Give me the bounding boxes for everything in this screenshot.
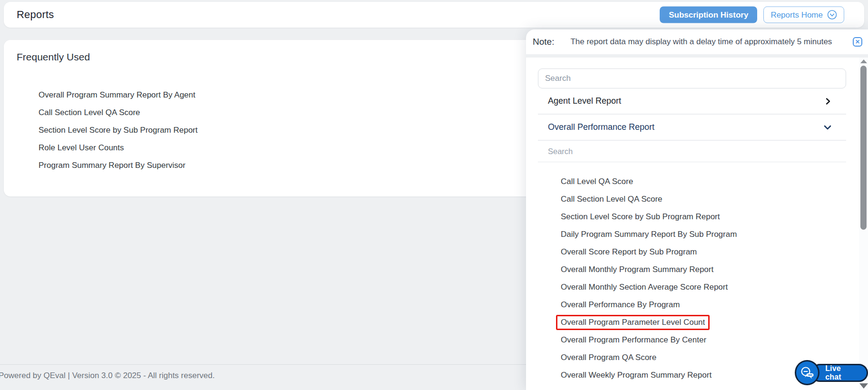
sub-search-input[interactable] [538,141,846,162]
frequently-used-title: Frequently Used [17,51,90,63]
report-item-label: Overall Monthly Section Average Score Re… [561,283,728,292]
reports-dropdown-panel: Note: The report data may display with a… [526,29,868,390]
category-overall-performance-report[interactable]: Overall Performance Report [538,115,846,141]
report-item-label: Call Section Level QA Score [561,195,663,204]
chevron-down-icon [823,124,832,131]
report-item[interactable]: Overall Score Report by Sub Program [538,243,846,261]
live-chat-button[interactable]: Live chat [795,360,868,385]
report-item[interactable]: Section Level Score by Sub Program Repor… [538,208,846,225]
search-input[interactable] [538,68,846,88]
frequently-used-item-label: Role Level User Counts [39,143,124,153]
report-item[interactable]: Call Level QA Score [538,173,846,190]
frequently-used-item[interactable]: Program Summary Report By Supervisor [39,156,198,174]
chevron-right-icon [824,98,832,105]
report-list: Call Level QA ScoreCall Section Level QA… [538,173,846,384]
subscription-history-button[interactable]: Subscription History [660,7,757,23]
report-item[interactable]: Overall Program Performance By Center [538,331,846,349]
reports-home-label: Reports Home [770,10,823,20]
chevron-down-circle-icon [827,10,837,20]
note-label: Note: [533,37,554,47]
panel-body: Agent Level Report Overall Performance R… [526,68,868,384]
frequently-used-item-label: Overall Program Summary Report By Agent [39,90,195,100]
report-item-label: Overall Program Parameter Level Count [556,315,710,330]
category-label: Agent Level Report [548,96,621,106]
report-item[interactable]: Overall Monthly Program Summary Report [538,261,846,278]
scrollbar[interactable] [859,58,868,390]
report-item-label: Overall Weekly Program Summary Report [561,370,712,380]
header-buttons: Subscription History Reports Home [660,7,844,23]
report-item-label: Overall Monthly Program Summary Report [561,265,713,274]
frequently-used-list: Overall Program Summary Report By AgentC… [39,86,198,174]
page-header: Reports Subscription History Reports Hom… [4,2,864,28]
reports-home-button[interactable]: Reports Home [763,7,844,23]
report-item-label: Daily Program Summary Report By Sub Prog… [561,230,737,239]
frequently-used-item-label: Program Summary Report By Supervisor [39,161,185,170]
report-item[interactable]: Overall Program Parameter Level Count [538,313,846,331]
note-bar: Note: The report data may display with a… [526,29,868,54]
report-item[interactable]: Daily Program Summary Report By Sub Prog… [538,225,846,243]
live-chat-label: Live chat [811,364,868,382]
report-item-label: Section Level Score by Sub Program Repor… [561,212,720,222]
frequently-used-item-label: Call Section Level QA Score [39,108,140,117]
frequently-used-item-label: Section Level Score by Sub Program Repor… [39,126,198,135]
close-icon[interactable]: ✕ [853,37,862,47]
category-agent-level-report[interactable]: Agent Level Report [538,88,846,115]
category-label: Overall Performance Report [548,122,654,132]
frequently-used-item[interactable]: Section Level Score by Sub Program Repor… [39,121,198,139]
report-item[interactable]: Overall Monthly Section Average Score Re… [538,278,846,296]
report-item-label: Overall Program Performance By Center [561,335,706,345]
scroll-up-icon[interactable] [860,59,867,63]
frequently-used-item[interactable]: Call Section Level QA Score [39,104,198,121]
chat-bubble-icon [795,360,819,385]
page-title: Reports [17,9,54,21]
frequently-used-item[interactable]: Overall Program Summary Report By Agent [39,86,198,104]
panel-divider [526,54,868,58]
report-item-label: Overall Score Report by Sub Program [561,247,697,257]
frequently-used-item[interactable]: Role Level User Counts [39,139,198,156]
report-item[interactable]: Overall Performance By Program [538,296,846,313]
report-item-label: Overall Performance By Program [561,300,680,310]
note-text: The report data may display with a delay… [570,37,832,47]
report-item-label: Call Level QA Score [561,177,633,186]
footer-text: Powered by QEval | Version 3.0 © 2025 - … [0,371,215,380]
scrollbar-thumb[interactable] [860,66,867,230]
report-item-label: Overall Program QA Score [561,353,656,362]
report-item[interactable]: Call Section Level QA Score [538,190,846,208]
